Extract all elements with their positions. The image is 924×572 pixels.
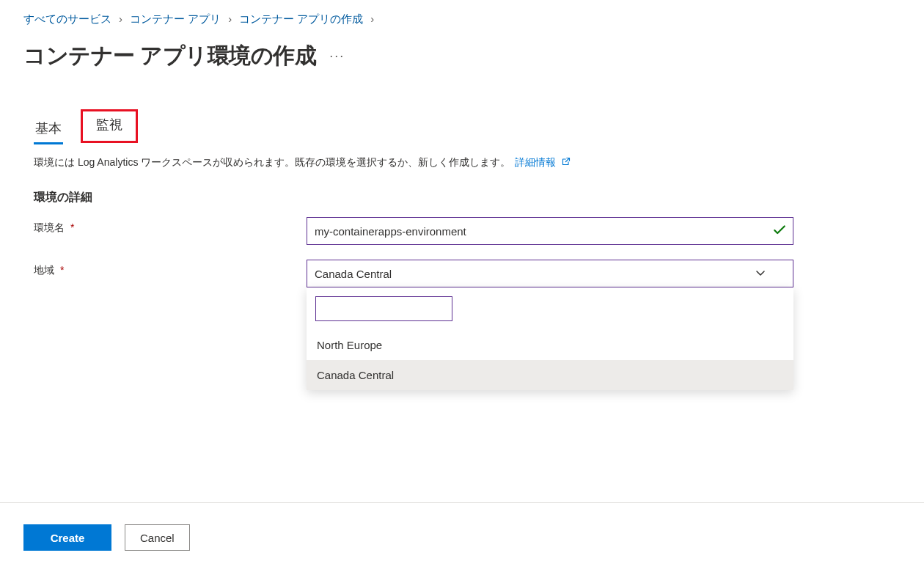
chevron-right-icon: › bbox=[228, 12, 232, 26]
chevron-down-icon bbox=[755, 267, 766, 281]
region-dropdown-panel: North Europe Canada Central bbox=[307, 287, 793, 390]
required-asterisk: * bbox=[60, 264, 64, 276]
breadcrumb-link-container-apps[interactable]: コンテナー アプリ bbox=[130, 12, 221, 26]
region-filter-input[interactable] bbox=[315, 296, 452, 321]
breadcrumb-link-create-container-app[interactable]: コンテナー アプリの作成 bbox=[239, 12, 363, 26]
env-name-label: 環境名 bbox=[34, 221, 65, 233]
region-label: 地域 bbox=[34, 264, 54, 276]
section-heading-env-details: 環境の詳細 bbox=[34, 190, 924, 205]
tab-description: 環境には Log Analytics ワークスペースが収められます。既存の環境を… bbox=[34, 156, 924, 169]
description-text: 環境には Log Analytics ワークスペースが収められます。既存の環境を… bbox=[34, 156, 510, 168]
footer: Create Cancel bbox=[0, 502, 924, 572]
region-select[interactable]: Canada Central bbox=[307, 260, 793, 287]
tab-monitoring[interactable]: 監視 bbox=[81, 109, 138, 143]
cancel-button[interactable]: Cancel bbox=[125, 524, 190, 551]
tab-bar: 基本 監視 bbox=[23, 109, 924, 143]
breadcrumb-link-all-services[interactable]: すべてのサービス bbox=[23, 12, 111, 26]
page-title: コンテナー アプリ環境の作成 bbox=[23, 41, 316, 71]
tab-basic[interactable]: 基本 bbox=[34, 115, 63, 143]
region-option-north-europe[interactable]: North Europe bbox=[307, 330, 793, 360]
region-option-canada-central[interactable]: Canada Central bbox=[307, 360, 793, 390]
check-icon bbox=[773, 224, 786, 239]
chevron-right-icon: › bbox=[119, 12, 122, 26]
more-info-link[interactable]: 詳細情報 bbox=[515, 156, 556, 168]
more-actions-button[interactable]: ··· bbox=[329, 48, 345, 64]
env-name-input[interactable] bbox=[307, 217, 793, 245]
region-selected-value: Canada Central bbox=[315, 268, 392, 280]
create-button[interactable]: Create bbox=[23, 524, 111, 551]
required-asterisk: * bbox=[70, 221, 74, 233]
breadcrumb: すべてのサービス › コンテナー アプリ › コンテナー アプリの作成 › bbox=[23, 12, 924, 26]
external-link-icon bbox=[562, 156, 571, 168]
chevron-right-icon: › bbox=[370, 12, 374, 26]
